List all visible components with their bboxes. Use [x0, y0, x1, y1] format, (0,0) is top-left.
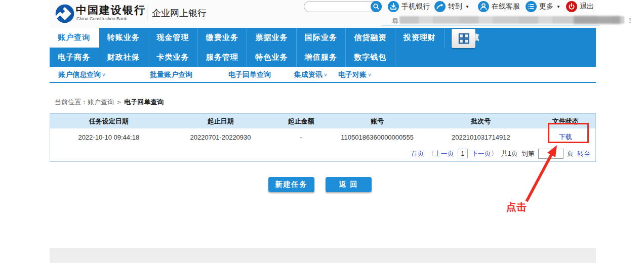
col-task-date: 任务设定日期	[50, 117, 168, 126]
submenu-label: 电子对账	[338, 70, 367, 78]
forward-icon	[434, 1, 446, 12]
more-button[interactable]: 更多 ▼	[526, 1, 560, 12]
submenu-batch-account-inquiry[interactable]: 批量账户查询	[150, 70, 192, 79]
tab-credit-financing[interactable]: 信贷融资	[346, 28, 395, 48]
search-icon[interactable]	[371, 1, 382, 12]
submenu-bar: 账户信息查询˅ 批量账户查询 电子回单查询 集成资讯˅ 电子对账˅	[50, 67, 596, 83]
pagination-page-input[interactable]	[458, 149, 468, 158]
breadcrumb-parent: 账户查询	[88, 98, 114, 106]
main-navigation: 账户查询 转账业务 现金管理 缴费业务 票据业务 国际业务 信贷融资 投资理财 …	[50, 28, 596, 67]
nav-row-1: 账户查询 转账业务 现金管理 缴费业务 票据业务 国际业务 信贷融资 投资理财 …	[50, 28, 479, 48]
search-box	[304, 1, 382, 12]
tab-bills[interactable]: 票据业务	[247, 28, 297, 48]
go-to-button[interactable]: 转到 ▼	[434, 1, 469, 12]
submenu-integrated-info[interactable]: 集成资讯˅	[294, 70, 327, 79]
logout-button[interactable]: 退出	[566, 1, 594, 12]
pagination-go-link[interactable]: 转至	[577, 149, 590, 158]
tab-investment[interactable]: 投资理财	[395, 28, 445, 48]
online-service-label: 在线客服	[492, 2, 520, 11]
col-amount-range: 起止金额	[274, 117, 329, 126]
pagination-first[interactable]: 首页	[411, 149, 424, 158]
tab-value-added-services[interactable]: 增值服务	[297, 48, 346, 67]
chevron-down-icon: ˅	[324, 72, 327, 78]
batch-no-value: 2022101031714912	[426, 134, 535, 141]
pagination: 首页 〈上一页 下一页〉 共1页 到第 页 转至	[50, 146, 595, 161]
amount-range-value: -	[274, 134, 329, 141]
more-label: 更多	[539, 2, 553, 11]
pagination-goto-prefix: 到第	[521, 149, 535, 158]
col-account: 账号	[328, 117, 426, 126]
tab-international[interactable]: 国际业务	[297, 28, 346, 48]
chevron-down-icon: ˅	[368, 72, 371, 78]
submenu-label: 批量账户查询	[150, 70, 192, 78]
submenu-label: 账户信息查询	[58, 70, 101, 78]
greeting-suffix: ！	[627, 16, 633, 25]
tab-payment[interactable]: 缴费业务	[198, 28, 248, 48]
go-to-label: 转到	[448, 2, 462, 11]
account-value: 11050186360000000555	[328, 134, 426, 141]
pagination-goto-input[interactable]	[538, 149, 564, 159]
submenu-label: 集成资讯	[294, 70, 323, 78]
back-button[interactable]: 返 回	[326, 177, 372, 192]
tab-transfer[interactable]: 转账业务	[99, 28, 149, 48]
tab-service-management[interactable]: 服务管理	[198, 48, 248, 67]
grid-icon	[458, 32, 470, 45]
tab-cash-management[interactable]: 现金管理	[148, 28, 198, 48]
submenu-account-info-inquiry[interactable]: 账户信息查询˅	[58, 70, 105, 79]
footer-bar	[50, 248, 596, 263]
ccb-logo-icon	[55, 4, 75, 24]
tab-ecommerce[interactable]: 电子商务	[50, 48, 99, 67]
tab-account-inquiry[interactable]: 账户查询	[50, 28, 99, 48]
logout-icon	[566, 1, 577, 12]
new-task-button[interactable]: 新建任务	[268, 177, 314, 192]
table-header-row: 任务设定日期 起止日期 起止金额 账号 批次号 文件状态	[50, 114, 595, 128]
header: 中国建设银行 China Construction Bank 企业网上银行 手机…	[50, 0, 596, 28]
search-input[interactable]	[309, 3, 368, 12]
breadcrumb-prefix: 当前位置：	[55, 98, 88, 106]
annotation-click-label: 点击	[506, 200, 527, 214]
mobile-banking-icon	[388, 1, 399, 12]
breadcrumb: 当前位置：账户查询 ＞ 电子回单查询	[55, 98, 164, 107]
grid-menu-button[interactable]	[452, 29, 475, 48]
logo-divider	[147, 5, 147, 21]
product-title: 企业网上银行	[152, 7, 207, 19]
col-batch-no: 批次号	[426, 117, 535, 126]
ccb-corporate-online-banking-page: 中国建设银行 China Construction Bank 企业网上银行 手机…	[0, 0, 644, 263]
nav-row-2: 电子商务 财政社保 卡类业务 服务管理 特色业务 增值服务 数字钱包	[50, 48, 395, 67]
submenu-label: 电子回单查询	[228, 70, 271, 78]
date-range-value: 20220701-20220930	[168, 134, 274, 141]
breadcrumb-current: 电子回单查询	[124, 98, 164, 106]
task-date-value: 2022-10-10 09:44:18	[50, 134, 168, 141]
breadcrumb-separator: ＞	[116, 98, 123, 106]
col-file-status: 文件状态	[535, 117, 595, 126]
tab-special-services[interactable]: 特色业务	[247, 48, 297, 67]
col-date-range: 起止日期	[168, 117, 274, 126]
pagination-total: 共1页	[501, 149, 518, 158]
receipt-task-table: 任务设定日期 起止日期 起止金额 账号 批次号 文件状态 2022-10-10 …	[50, 113, 596, 162]
logout-label: 退出	[580, 2, 594, 11]
pagination-next[interactable]: 下一页〉	[471, 149, 498, 158]
caret-down-icon: ▼	[556, 5, 560, 9]
pagination-prev[interactable]: 〈上一页	[428, 149, 454, 158]
bank-name-english: China Construction Bank	[76, 16, 127, 21]
header-decorative-line	[381, 25, 600, 26]
table-row: 2022-10-10 09:44:18 20220701-20220930 - …	[50, 128, 595, 146]
download-link[interactable]: 下载	[559, 133, 572, 141]
online-service-button[interactable]: 在线客服	[478, 1, 520, 12]
chevron-down-icon: ˅	[102, 72, 105, 78]
submenu-e-receipt-inquiry[interactable]: 电子回单查询	[228, 70, 271, 79]
tab-fiscal-social-security[interactable]: 财政社保	[99, 48, 149, 67]
more-icon	[526, 1, 537, 12]
submenu-e-reconciliation[interactable]: 电子对账˅	[338, 70, 371, 79]
bank-name: 中国建设银行	[76, 3, 146, 17]
pagination-goto-suffix: 页	[567, 149, 574, 158]
caret-down-icon: ▼	[465, 5, 469, 9]
greeting-redacted-text-dark	[574, 16, 620, 24]
tab-card-services[interactable]: 卡类业务	[148, 48, 198, 67]
mobile-banking-label: 手机银行	[401, 2, 430, 11]
mobile-banking-button[interactable]: 手机银行	[388, 1, 430, 12]
tab-digital-wallet[interactable]: 数字钱包	[346, 48, 395, 67]
customer-service-icon	[478, 1, 489, 12]
